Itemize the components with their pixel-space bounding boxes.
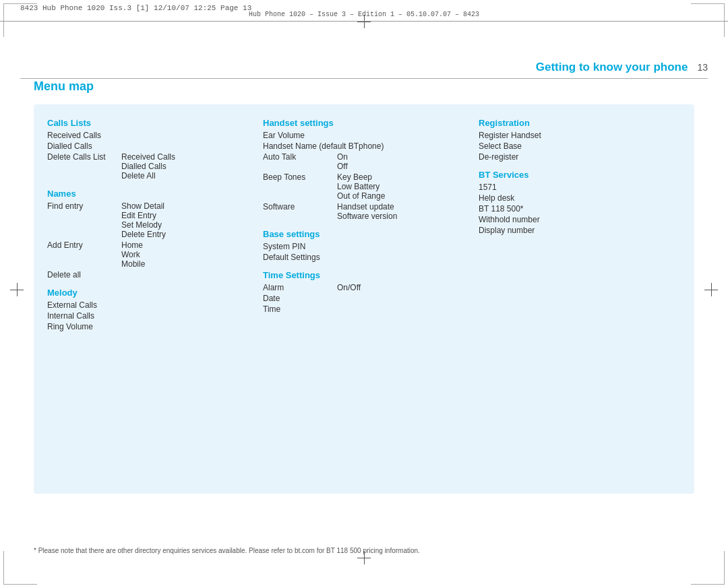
column-3: Registration Register Handset Select Bas… <box>472 118 681 480</box>
menu-item-1571: 1571 <box>479 183 553 192</box>
menu-item-help-desk: Help desk <box>479 193 553 203</box>
menu-sub-key-beep: Key Beep <box>337 172 385 182</box>
menu-item-delete-calls-list: Delete Calls List <box>47 152 121 181</box>
page-title-area: Getting to know your phone 13 <box>20 61 708 79</box>
menu-item-internal-calls: Internal Calls <box>47 311 121 321</box>
menu-map-box: Calls Lists Received Calls Dialled Calls… <box>34 104 694 494</box>
section-title-registration: Registration <box>479 118 681 128</box>
menu-item-alarm: Alarm <box>263 283 337 292</box>
menu-item-auto-talk: Auto Talk <box>263 152 337 171</box>
menu-sub-dialled: Dialled Calls <box>121 162 175 171</box>
corner-br <box>691 551 725 585</box>
sub-col: Key Beep Low Battery Out of Range <box>337 172 385 201</box>
menu-sub-software-version: Software version <box>337 211 397 221</box>
list-item: Delete all <box>47 270 249 280</box>
menu-sub-work: Work <box>121 250 145 259</box>
list-item: Handset Name (default BTphone) <box>263 141 465 151</box>
list-item: Internal Calls <box>47 311 249 321</box>
list-item: Select Base <box>479 141 681 151</box>
page-number: 13 <box>697 62 708 73</box>
column-1: Calls Lists Received Calls Dialled Calls… <box>47 118 256 480</box>
menu-item-software: Software <box>263 202 337 221</box>
sub-col: Home Work Mobile <box>121 240 145 269</box>
menu-item-bt-118-500: BT 118 500* <box>479 204 553 214</box>
list-item: External Calls <box>47 300 249 310</box>
menu-item-find-entry: Find entry <box>47 201 121 239</box>
section-title-calls: Calls Lists <box>47 118 249 128</box>
menu-sub-low-battery: Low Battery <box>337 182 385 191</box>
menu-item-ear-volume: Ear Volume <box>263 131 337 140</box>
list-item: Beep Tones Key Beep Low Battery Out of R… <box>263 172 465 201</box>
sub-col: On Off <box>337 152 348 171</box>
menu-sub-on: On <box>337 152 348 162</box>
list-item: Withhold number <box>479 215 681 224</box>
menu-sub-on-off: On/Off <box>337 283 361 292</box>
menu-sub-received: Received Calls <box>121 152 175 162</box>
sub-col: Received Calls Dialled Calls Delete All <box>121 152 175 181</box>
list-item: Dialled Calls <box>47 141 249 151</box>
menu-item-date: Date <box>263 294 337 303</box>
header-strip: 8423 Hub Phone 1020 Iss.3 [1] 12/10/07 1… <box>0 0 728 22</box>
section-title-time: Time Settings <box>263 270 465 280</box>
menu-map-heading: Menu map <box>34 79 94 94</box>
menu-item-received-calls: Received Calls <box>47 131 121 140</box>
menu-item-system-pin: System PIN <box>263 242 337 251</box>
section-title-names: Names <box>47 189 249 199</box>
menu-item-select-base: Select Base <box>479 141 553 151</box>
cross-left <box>10 283 24 296</box>
list-item: System PIN <box>263 242 465 251</box>
page-title: Getting to know your phone <box>536 61 688 74</box>
menu-sub-off: Off <box>337 162 348 171</box>
menu-item-de-register: De-register <box>479 152 553 162</box>
menu-sub-out-of-range: Out of Range <box>337 191 385 201</box>
menu-sub-mobile: Mobile <box>121 259 145 269</box>
list-item: Date <box>263 294 465 303</box>
menu-item-beep-tones: Beep Tones <box>263 172 337 201</box>
page-wrapper: 8423 Hub Phone 1020 Iss.3 [1] 12/10/07 1… <box>0 0 728 588</box>
menu-sub-handset-update: Handset update <box>337 202 397 211</box>
menu-sub-show-detail: Show Detail <box>121 201 166 211</box>
list-item: Add Entry Home Work Mobile <box>47 240 249 269</box>
list-item: Delete Calls List Received Calls Dialled… <box>47 152 249 181</box>
menu-sub-set-melody: Set Melody <box>121 220 166 230</box>
menu-sub-delete-entry: Delete Entry <box>121 230 166 239</box>
list-item: Display number <box>479 226 681 235</box>
list-item: Time <box>263 304 465 314</box>
menu-item-handset-name: Handset Name (default BTphone) <box>263 141 384 151</box>
menu-item-dialled-calls: Dialled Calls <box>47 141 121 151</box>
list-item: Software Handset update Software version <box>263 202 465 221</box>
sub-col: Handset update Software version <box>337 202 397 221</box>
footer-note: * Please note that there are other direc… <box>34 547 694 554</box>
list-item: Ring Volume <box>47 322 249 331</box>
list-item: Help desk <box>479 193 681 203</box>
menu-sub-edit-entry: Edit Entry <box>121 211 166 220</box>
sub-col: On/Off <box>337 283 361 292</box>
sub-col: Show Detail Edit Entry Set Melody Delete… <box>121 201 166 239</box>
menu-item-delete-all: Delete all <box>47 270 121 280</box>
list-item: Find entry Show Detail Edit Entry Set Me… <box>47 201 249 239</box>
section-title-base: Base settings <box>263 229 465 239</box>
menu-item-register-handset: Register Handset <box>479 131 553 140</box>
menu-item-time: Time <box>263 304 337 314</box>
menu-item-display-number: Display number <box>479 226 553 235</box>
list-item: Default Settings <box>263 253 465 262</box>
corner-bl <box>3 551 37 585</box>
list-item: Alarm On/Off <box>263 283 465 292</box>
section-title-handset: Handset settings <box>263 118 465 128</box>
section-title-melody: Melody <box>47 288 249 298</box>
menu-item-external-calls: External Calls <box>47 300 121 310</box>
list-item: Ear Volume <box>263 131 465 140</box>
list-item: Received Calls <box>47 131 249 140</box>
menu-item-withhold-number: Withhold number <box>479 215 553 224</box>
menu-item-default-settings: Default Settings <box>263 253 337 262</box>
list-item: 1571 <box>479 183 681 192</box>
menu-item-ring-volume: Ring Volume <box>47 322 121 331</box>
menu-sub-delete-all: Delete All <box>121 171 175 181</box>
list-item: BT 118 500* <box>479 204 681 214</box>
list-item: Register Handset <box>479 131 681 140</box>
list-item: De-register <box>479 152 681 162</box>
menu-item-add-entry: Add Entry <box>47 240 121 269</box>
cross-right <box>704 283 718 296</box>
header-sub: Hub Phone 1020 – Issue 3 – Edition 1 – 0… <box>54 11 674 18</box>
menu-sub-home: Home <box>121 240 145 250</box>
